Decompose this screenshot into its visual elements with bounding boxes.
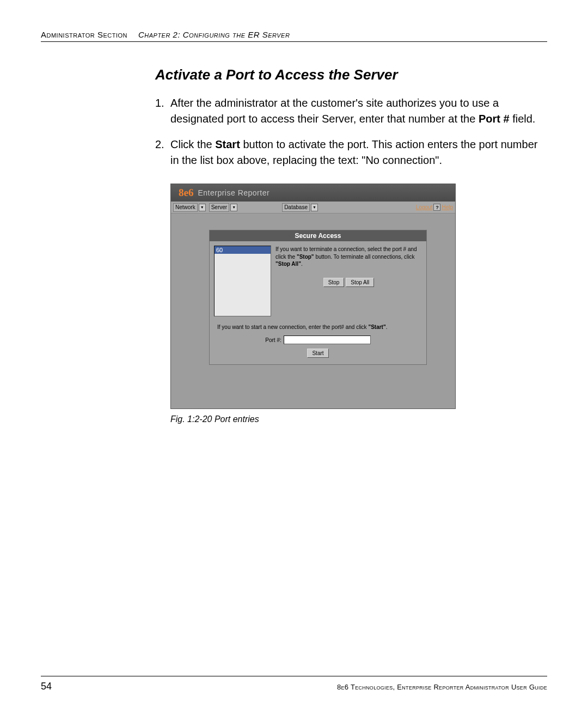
app-body: Secure Access 60 If you want to terminat… xyxy=(171,213,455,408)
app-logo: 8e6 xyxy=(179,187,193,199)
start-hint: If you want to start a new connection, e… xyxy=(215,324,421,330)
app-titlebar: 8e6 Enterprise Reporter xyxy=(171,184,455,202)
app-window: 8e6 Enterprise Reporter Network ▼ Server… xyxy=(170,184,456,409)
list-number: 1. xyxy=(155,95,170,127)
figure-caption: Fig. 1:2-20 Port entries xyxy=(170,414,547,424)
header-section: Administrator Section xyxy=(41,30,127,39)
app-menubar: Network ▼ Server ▼ Database ▼ Logout ? H… xyxy=(171,202,455,213)
dropdown-arrow-icon[interactable]: ▼ xyxy=(311,204,318,211)
port-input[interactable] xyxy=(284,335,371,344)
stop-button[interactable]: Stop xyxy=(323,278,345,287)
list-item: 1. After the administrator at the custom… xyxy=(155,95,547,127)
footer-text: 8e6 Technologies, Enterprise Reporter Ad… xyxy=(337,683,547,691)
logout-link[interactable]: Logout xyxy=(416,204,433,210)
list-item: 2. Click the Start button to activate th… xyxy=(155,137,547,168)
help-icon[interactable]: ? xyxy=(433,204,440,211)
port-listbox[interactable]: 60 xyxy=(214,246,271,316)
dropdown-arrow-icon[interactable]: ▼ xyxy=(199,204,206,211)
stop-instructions: If you want to terminate a connection, s… xyxy=(275,246,422,316)
help-link[interactable]: Help xyxy=(442,204,453,210)
panel-title: Secure Access xyxy=(210,230,426,241)
page-header: Administrator Section Chapter 2: Configu… xyxy=(41,30,547,42)
list-number: 2. xyxy=(155,137,170,168)
section-heading: Activate a Port to Access the Server xyxy=(155,66,547,83)
port-label: Port #: xyxy=(265,337,281,343)
secure-access-panel: Secure Access 60 If you want to terminat… xyxy=(209,230,427,365)
stop-all-button[interactable]: Stop All xyxy=(346,278,374,287)
app-logo-subtitle: Enterprise Reporter xyxy=(198,188,270,197)
start-button[interactable]: Start xyxy=(307,349,328,358)
menu-database[interactable]: Database xyxy=(282,203,310,212)
menu-network[interactable]: Network xyxy=(173,203,198,212)
page-footer: 54 8e6 Technologies, Enterprise Reporter… xyxy=(41,676,547,692)
port-list-item[interactable]: 60 xyxy=(215,246,271,254)
header-chapter: Chapter 2: Configuring the ER Server xyxy=(138,30,290,39)
instruction-list: 1. After the administrator at the custom… xyxy=(155,95,547,168)
list-text: Click the Start button to activate the p… xyxy=(170,137,547,168)
page-number: 54 xyxy=(41,681,52,692)
menu-server[interactable]: Server xyxy=(209,203,229,212)
dropdown-arrow-icon[interactable]: ▼ xyxy=(230,204,237,211)
list-text: After the administrator at the customer'… xyxy=(170,95,547,127)
